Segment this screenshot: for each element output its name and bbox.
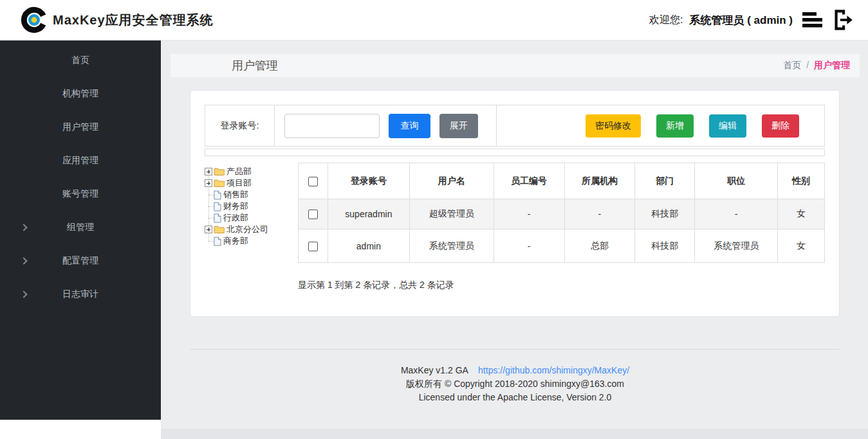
cell-login-account: admin: [328, 229, 409, 263]
tree-node-folder[interactable]: 项目部: [205, 177, 298, 189]
tree-node-label: 销售部: [223, 189, 248, 201]
copyright-text: 版权所有 © Copyright 2018-2020 shimingxy@163…: [171, 377, 860, 391]
sidebar-item-group-mgmt[interactable]: 组管理: [0, 211, 161, 244]
tree-node-label: 商务部: [223, 235, 248, 247]
org-tree: 产品部 项目部 销售部: [205, 163, 298, 291]
sidebar-item-config-mgmt[interactable]: 配置管理: [0, 244, 161, 278]
breadcrumb-current: 用户管理: [814, 60, 850, 70]
page-title: 用户管理: [232, 58, 278, 73]
column-header: 员工编号: [494, 163, 564, 199]
app-title: MaxKey应用安全管理系统: [53, 12, 214, 29]
sidebar-item-label: 账号管理: [62, 188, 98, 200]
add-button[interactable]: 新增: [656, 114, 694, 138]
users-table-zone: 登录账号 用户名 员工编号 所属机构 部门 职位 性别: [298, 163, 825, 291]
folder-icon: [214, 225, 225, 234]
column-header: 登录账号: [328, 163, 409, 199]
cell-employee-no: -: [494, 199, 564, 229]
tree-node-leaf[interactable]: 行政部: [205, 212, 298, 224]
sidebar-item-label: 首页: [71, 55, 89, 66]
select-all-cell: [299, 163, 328, 199]
main-content: 用户管理 首页 / 用户管理 登录账号: 查询 展开 密码修: [161, 40, 868, 439]
query-button[interactable]: 查询: [389, 114, 430, 138]
sidebar: 首页 机构管理 用户管理 应用管理 账号管理 组管理 配置管理: [0, 40, 161, 420]
tree-node-label: 项目部: [226, 177, 252, 189]
tree-node-leaf[interactable]: 财务部: [205, 201, 298, 212]
menu-list-icon[interactable]: [800, 8, 826, 32]
tree-node-label: 行政部: [223, 212, 248, 224]
tree-node-folder[interactable]: 产品部: [205, 166, 298, 177]
delete-button[interactable]: 删除: [762, 114, 799, 138]
maxkey-logo-icon: [19, 5, 49, 35]
sidebar-item-app-mgmt[interactable]: 应用管理: [0, 144, 161, 177]
column-header: 用户名: [409, 163, 494, 199]
sidebar-item-log-audit[interactable]: 日志审计: [0, 278, 161, 311]
logout-icon[interactable]: [829, 6, 856, 33]
search-zone: 登录账号: 查询 展开: [205, 105, 497, 146]
welcome-label: 欢迎您:: [649, 13, 683, 27]
login-account-label: 登录账号:: [205, 105, 275, 146]
footer-divider: [190, 349, 840, 350]
cell-gender: 女: [778, 199, 825, 229]
brand: MaxKey应用安全管理系统: [19, 5, 214, 35]
user-management-panel: 登录账号: 查询 展开 密码修改 新增 编辑 删除: [190, 90, 840, 317]
column-header: 所属机构: [564, 163, 635, 199]
cell-organization: -: [564, 199, 635, 229]
expand-plus-icon[interactable]: [205, 179, 212, 187]
tree-node-leaf[interactable]: 商务部: [205, 235, 298, 247]
github-link[interactable]: https://github.com/shimingxy/MaxKey/: [478, 365, 629, 375]
breadcrumb-separator: /: [806, 60, 809, 70]
sidebar-item-label: 日志审计: [62, 289, 98, 300]
cell-position: -: [695, 199, 778, 229]
sidebar-item-label: 应用管理: [62, 155, 98, 166]
column-header: 性别: [778, 163, 825, 199]
column-header: 职位: [695, 163, 778, 199]
table-row[interactable]: superadmin 超级管理员 - - 科技部 - 女: [299, 199, 825, 229]
tree-node-label: 产品部: [226, 166, 252, 177]
breadcrumb-home-link[interactable]: 首页: [783, 60, 801, 70]
chevron-right-icon: [20, 257, 27, 264]
cell-employee-no: -: [494, 229, 564, 263]
sidebar-item-org-mgmt[interactable]: 机构管理: [0, 77, 161, 111]
sidebar-item-user-mgmt[interactable]: 用户管理: [0, 111, 161, 144]
folder-icon: [214, 179, 225, 188]
current-user: 系统管理员 ( admin ): [689, 13, 793, 28]
sidebar-item-label: 配置管理: [62, 255, 98, 267]
cell-department: 科技部: [635, 229, 695, 263]
row-checkbox[interactable]: [308, 210, 318, 219]
tree-connector: [205, 212, 214, 224]
table-row[interactable]: admin 系统管理员 - 总部 科技部 系统管理员 女: [299, 229, 825, 263]
document-icon: [214, 213, 221, 223]
pagination-summary: 显示第 1 到第 2 条记录，总共 2 条记录: [298, 280, 825, 291]
folder-icon: [214, 167, 225, 176]
tree-node-folder[interactable]: 北京分公司: [205, 224, 298, 235]
action-buttons: 密码修改 新增 编辑 删除: [497, 105, 824, 146]
edit-button[interactable]: 编辑: [709, 114, 746, 138]
expand-plus-icon[interactable]: [205, 168, 212, 175]
sidebar-item-home[interactable]: 首页: [0, 44, 161, 77]
cell-username: 超级管理员: [409, 199, 494, 229]
tree-node-leaf[interactable]: 销售部: [205, 189, 298, 201]
table-toolbar-strip: [205, 148, 825, 156]
app-header: MaxKey应用安全管理系统 欢迎您: 系统管理员 ( admin ): [0, 0, 868, 40]
sidebar-item-account-mgmt[interactable]: 账号管理: [0, 177, 161, 211]
search-controls: 查询 展开: [275, 105, 478, 146]
expand-button[interactable]: 展开: [439, 114, 478, 138]
document-icon: [214, 237, 221, 246]
tree-connector: [205, 189, 214, 201]
expand-plus-icon[interactable]: [205, 226, 212, 233]
tree-node-label: 北京分公司: [226, 224, 268, 235]
select-all-checkbox[interactable]: [308, 177, 318, 186]
header-right: 欢迎您: 系统管理员 ( admin ): [649, 6, 856, 33]
login-account-input[interactable]: [284, 114, 380, 138]
sidebar-item-label: 组管理: [67, 222, 94, 233]
tree-node-label: 财务部: [223, 201, 248, 212]
users-table: 登录账号 用户名 员工编号 所属机构 部门 职位 性别: [298, 163, 825, 263]
change-password-button[interactable]: 密码修改: [586, 114, 641, 138]
chevron-right-icon: [20, 224, 27, 231]
cell-department: 科技部: [635, 199, 695, 229]
table-header-row: 登录账号 用户名 员工编号 所属机构 部门 职位 性别: [299, 163, 825, 199]
row-checkbox[interactable]: [308, 242, 318, 251]
column-header: 部门: [635, 163, 695, 199]
row-select-cell: [299, 199, 328, 229]
cell-position: 系统管理员: [695, 229, 778, 263]
